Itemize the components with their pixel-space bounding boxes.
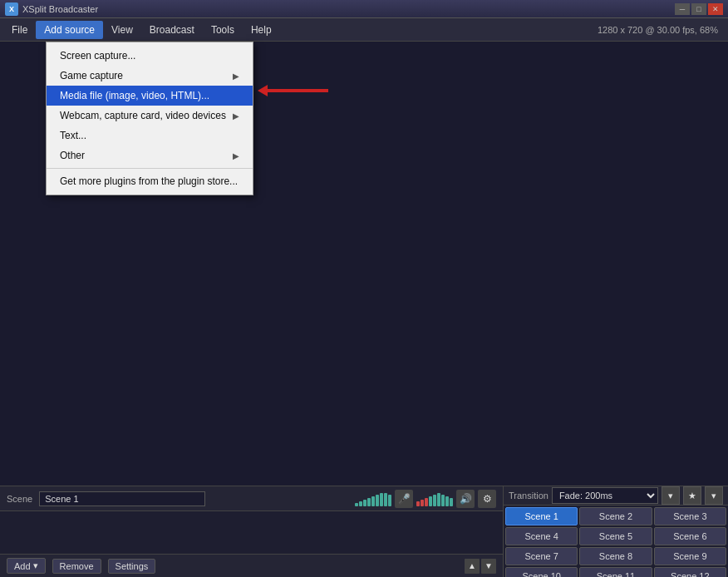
dropdown-webcam[interactable]: Webcam, capture card, video devices ▶ bbox=[47, 106, 253, 126]
menu-broadcast[interactable]: Broadcast bbox=[141, 21, 203, 39]
audio-settings-button[interactable]: ⚙ bbox=[478, 490, 496, 508]
menu-tools[interactable]: Tools bbox=[203, 21, 243, 39]
bar3 bbox=[363, 500, 366, 506]
sbar2 bbox=[421, 500, 424, 506]
status-text: 1280 x 720 @ 30.00 fps, 68% bbox=[598, 25, 725, 35]
bar5 bbox=[371, 496, 375, 506]
scroll-arrows: ▲ ▼ bbox=[465, 559, 496, 574]
audio-controls: 🎤 🔊 ⚙ bbox=[355, 490, 496, 508]
sbar7 bbox=[441, 495, 445, 506]
minimize-button[interactable]: ─ bbox=[675, 3, 690, 15]
maximize-button[interactable]: □ bbox=[691, 3, 706, 15]
dropdown-media-file[interactable]: Media file (image, video, HTML)... bbox=[47, 86, 253, 106]
add-source-dropdown: Screen capture... Game capture ▶ Media f… bbox=[46, 42, 253, 195]
transition-extra-btn[interactable]: ▾ bbox=[705, 486, 723, 505]
red-arrow-indicator bbox=[258, 81, 332, 101]
menu-bar: File Add source View Broadcast Tools Hel… bbox=[0, 18, 728, 42]
remove-source-button[interactable]: Remove bbox=[52, 559, 101, 574]
dropdown-screen-capture[interactable]: Screen capture... bbox=[47, 46, 253, 66]
scene-label: Scene bbox=[7, 494, 32, 504]
scene-button-1[interactable]: Scene 1 bbox=[505, 507, 578, 525]
transition-bar: Transition Fade: 200ms ▾ ★ ▾ bbox=[504, 486, 728, 505]
scene-button-7[interactable]: Scene 7 bbox=[505, 547, 578, 565]
bar8 bbox=[384, 493, 387, 506]
sbar3 bbox=[425, 498, 428, 506]
scene-button-11[interactable]: Scene 11 bbox=[579, 567, 652, 577]
transition-select[interactable]: Fade: 200ms bbox=[552, 487, 658, 504]
scene-grid: Scene 1Scene 2Scene 3Scene 4Scene 5Scene… bbox=[504, 505, 728, 577]
scene-name-input[interactable] bbox=[39, 491, 205, 506]
right-panel: Transition Fade: 200ms ▾ ★ ▾ Scene 1Scen… bbox=[504, 486, 728, 577]
app-title: XSplit Broadcaster bbox=[22, 4, 675, 14]
webcam-arrow: ▶ bbox=[233, 111, 239, 121]
game-capture-arrow: ▶ bbox=[233, 72, 239, 81]
bar2 bbox=[359, 501, 362, 506]
scene-button-10[interactable]: Scene 10 bbox=[505, 567, 578, 577]
sbar1 bbox=[416, 501, 420, 506]
window-controls: ─ □ ✕ bbox=[675, 3, 723, 15]
source-list bbox=[0, 511, 503, 554]
transition-label: Transition bbox=[509, 491, 548, 501]
title-bar: X XSplit Broadcaster ─ □ ✕ bbox=[0, 0, 728, 18]
menu-file[interactable]: File bbox=[3, 21, 36, 39]
svg-marker-1 bbox=[258, 85, 268, 96]
transition-star-btn[interactable]: ★ bbox=[683, 486, 701, 505]
sbar5 bbox=[433, 495, 436, 506]
bar1 bbox=[355, 503, 358, 506]
sbar6 bbox=[437, 493, 440, 506]
mic-button[interactable]: 🎤 bbox=[395, 490, 413, 508]
left-panel: Scene 🎤 bbox=[0, 486, 504, 577]
settings-button[interactable]: Settings bbox=[108, 559, 156, 574]
scene-button-3[interactable]: Scene 3 bbox=[654, 507, 726, 525]
scene-button-4[interactable]: Scene 4 bbox=[505, 527, 578, 545]
mic-level bbox=[355, 491, 391, 506]
scene-button-6[interactable]: Scene 6 bbox=[654, 527, 726, 545]
scroll-down-button[interactable]: ▼ bbox=[481, 559, 496, 574]
transition-dropdown-btn[interactable]: ▾ bbox=[662, 486, 680, 505]
scene-button-8[interactable]: Scene 8 bbox=[579, 547, 652, 565]
menu-help[interactable]: Help bbox=[243, 21, 280, 39]
dropdown-text[interactable]: Text... bbox=[47, 126, 253, 145]
source-controls: Add ▾ Remove Settings ▲ ▼ bbox=[0, 554, 503, 577]
bottom-panel: Scene 🎤 bbox=[0, 486, 728, 577]
menu-view[interactable]: View bbox=[103, 21, 141, 39]
app-icon: X bbox=[5, 2, 18, 16]
close-button[interactable]: ✕ bbox=[708, 3, 723, 15]
scene-button-9[interactable]: Scene 9 bbox=[654, 547, 726, 565]
menu-add-source[interactable]: Add source bbox=[36, 21, 103, 39]
bar7 bbox=[380, 493, 383, 506]
sbar8 bbox=[445, 496, 449, 506]
bar9 bbox=[388, 495, 391, 506]
bar6 bbox=[376, 495, 379, 506]
add-source-button[interactable]: Add ▾ bbox=[7, 558, 46, 574]
scene-button-12[interactable]: Scene 12 bbox=[654, 567, 726, 577]
sbar9 bbox=[450, 498, 453, 506]
scroll-up-button[interactable]: ▲ bbox=[465, 559, 480, 574]
speaker-button[interactable]: 🔊 bbox=[456, 490, 475, 508]
scene-bar: Scene 🎤 bbox=[0, 486, 503, 511]
scene-button-2[interactable]: Scene 2 bbox=[579, 507, 652, 525]
dropdown-divider bbox=[47, 168, 253, 169]
other-arrow: ▶ bbox=[233, 151, 239, 160]
dropdown-other[interactable]: Other ▶ bbox=[47, 145, 253, 165]
dropdown-plugin-store[interactable]: Get more plugins from the plugin store..… bbox=[47, 171, 253, 191]
scene-button-5[interactable]: Scene 5 bbox=[579, 527, 652, 545]
sbar4 bbox=[429, 496, 432, 506]
dropdown-game-capture[interactable]: Game capture ▶ bbox=[47, 66, 253, 86]
bar4 bbox=[367, 498, 371, 506]
speaker-level bbox=[416, 491, 453, 506]
